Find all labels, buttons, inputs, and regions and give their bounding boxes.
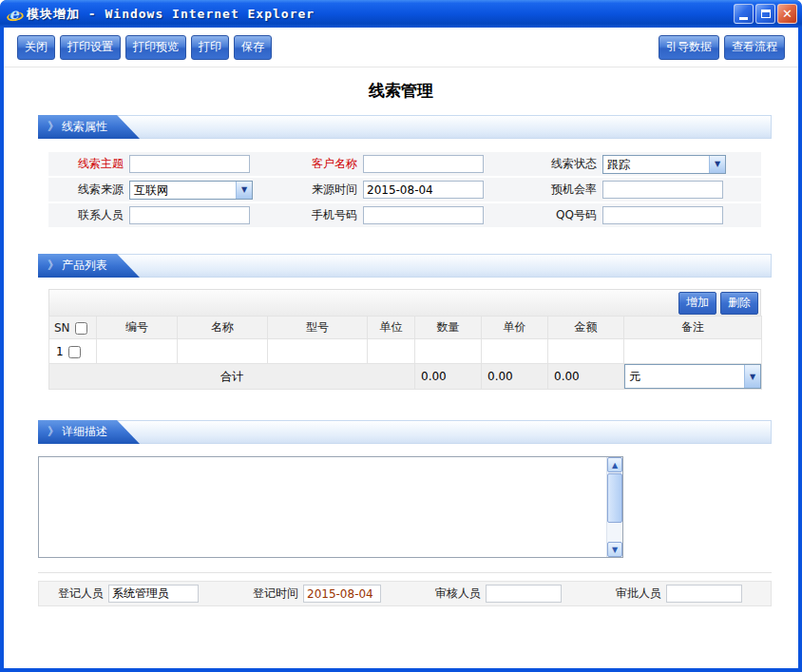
- ie-logo-icon: e: [6, 6, 22, 22]
- cell-name[interactable]: [178, 339, 268, 364]
- scroll-down-button[interactable]: ▼: [607, 542, 622, 557]
- registrar-input[interactable]: [108, 585, 199, 603]
- maximize-button[interactable]: [755, 4, 775, 24]
- cell-unit[interactable]: [368, 339, 415, 364]
- grid-total-row: 合计 0.00 0.00 0.00 元 ▼: [49, 364, 762, 390]
- auditor-field: 审核人员: [435, 585, 562, 603]
- column-name: 名称: [178, 317, 268, 339]
- qq-number-label: QQ号码: [489, 203, 602, 227]
- section-arrow-icon: 》: [48, 120, 59, 133]
- auditor-input[interactable]: [486, 585, 562, 603]
- titlebar[interactable]: e 模块增加 - Windows Internet Explorer ✕: [0, 0, 802, 28]
- grid-row-1: 1: [49, 339, 762, 364]
- section-title: 详细描述: [62, 425, 107, 438]
- row-sn-cell: 1: [49, 339, 97, 364]
- row-select-checkbox[interactable]: [68, 346, 81, 358]
- attr-row-2: 线索来源 互联网 ▼ 来源时间 预机会率: [48, 178, 761, 202]
- registrar-field: 登记人员: [58, 585, 199, 603]
- import-data-button[interactable]: 引导数据: [659, 35, 719, 60]
- add-row-button[interactable]: 增加: [678, 292, 716, 315]
- save-button[interactable]: 保存: [234, 35, 272, 60]
- dropdown-arrow-icon: ▼: [236, 182, 252, 199]
- print-button[interactable]: 打印: [191, 35, 229, 60]
- currency-select[interactable]: 元 ▼: [624, 364, 761, 389]
- approver-field: 审批人员: [616, 585, 742, 603]
- currency-value: 元: [625, 365, 744, 388]
- registrar-label: 登记人员: [58, 586, 104, 602]
- toolbar: 关闭 打印设置 打印预览 打印 保存 引导数据 查看流程: [4, 28, 798, 67]
- close-page-button[interactable]: 关闭: [17, 35, 55, 60]
- customer-name-input[interactable]: [363, 155, 484, 173]
- attr-row-1: 线索主题 客户名称 线索状态 跟踪 ▼: [48, 152, 761, 176]
- minimize-button[interactable]: [734, 4, 754, 24]
- register-date-field: 登记时间: [253, 585, 381, 603]
- section-bar-description: 》详细描述: [38, 420, 772, 444]
- description-box: ▲ ▼: [38, 456, 623, 558]
- section-tab-attributes: 》线索属性: [38, 115, 140, 139]
- column-remark: 备注: [624, 317, 762, 339]
- main-area: 》线索属性 线索主题 客户名称 线索状态 跟踪 ▼: [4, 115, 798, 606]
- products-grid: 增加 删除 SN 编号 名称 型号 单位 数量 单价 金额: [48, 289, 761, 390]
- lead-subject-input[interactable]: [129, 155, 250, 173]
- dropdown-arrow-icon: ▼: [709, 156, 725, 173]
- column-quantity: 数量: [415, 317, 482, 339]
- products-table: SN 编号 名称 型号 单位 数量 单价 金额 备注: [48, 316, 762, 390]
- contact-person-label: 联系人员: [48, 203, 129, 227]
- print-settings-button[interactable]: 打印设置: [60, 35, 121, 60]
- lead-status-value: 跟踪: [603, 156, 709, 173]
- lead-source-label: 线索来源: [48, 178, 129, 202]
- select-all-checkbox[interactable]: [75, 322, 87, 335]
- approver-input[interactable]: [666, 585, 742, 603]
- grid-toolbar: 增加 删除: [48, 289, 761, 316]
- total-price: 0.00: [482, 364, 548, 390]
- register-date-input[interactable]: [303, 585, 381, 603]
- total-quantity: 0.00: [415, 364, 482, 390]
- vertical-scrollbar[interactable]: ▲ ▼: [606, 457, 622, 557]
- section-title: 线索属性: [62, 120, 107, 133]
- scrollbar-thumb[interactable]: [607, 473, 622, 523]
- row-number: 1: [56, 345, 64, 358]
- section-tab-description: 》详细描述: [38, 420, 140, 444]
- cell-remark[interactable]: [624, 339, 762, 364]
- contact-person-input[interactable]: [129, 206, 250, 224]
- toolbar-left-group: 关闭 打印设置 打印预览 打印 保存: [17, 35, 659, 60]
- lead-status-label: 线索状态: [489, 152, 602, 176]
- total-amount: 0.00: [548, 364, 624, 390]
- window-title: 模块增加 - Windows Internet Explorer: [27, 6, 729, 23]
- sn-header-label: SN: [54, 321, 70, 335]
- column-model: 型号: [268, 317, 368, 339]
- column-code: 编号: [97, 317, 178, 339]
- mobile-number-input[interactable]: [363, 206, 484, 224]
- source-date-label: 来源时间: [287, 178, 363, 202]
- bottom-divider: [38, 572, 772, 573]
- view-process-button[interactable]: 查看流程: [724, 35, 785, 60]
- description-textarea[interactable]: [39, 457, 606, 557]
- opportunity-rate-input[interactable]: [602, 181, 723, 199]
- qq-number-input[interactable]: [602, 206, 723, 224]
- auditor-label: 审核人员: [435, 586, 481, 602]
- print-preview-button[interactable]: 打印预览: [125, 35, 186, 60]
- opportunity-rate-label: 预机会率: [489, 178, 602, 202]
- column-unit: 单位: [368, 317, 415, 339]
- close-button[interactable]: ✕: [777, 4, 797, 24]
- lead-status-select[interactable]: 跟踪 ▼: [602, 155, 726, 174]
- attr-row-3: 联系人员 手机号码 QQ号码: [48, 203, 761, 227]
- section-arrow-icon: 》: [48, 425, 59, 438]
- section-bar-products: 》产品列表: [38, 254, 772, 278]
- scroll-up-button[interactable]: ▲: [607, 457, 622, 472]
- cell-code[interactable]: [97, 339, 178, 364]
- lead-source-select[interactable]: 互联网 ▼: [129, 181, 253, 200]
- section-arrow-icon: 》: [48, 259, 59, 272]
- currency-cell: 元 ▼: [624, 364, 762, 390]
- source-date-input[interactable]: [363, 181, 484, 199]
- cell-amount[interactable]: [548, 339, 624, 364]
- lead-source-value: 互联网: [130, 182, 236, 199]
- approver-label: 审批人员: [616, 586, 661, 602]
- cell-quantity[interactable]: [415, 339, 482, 364]
- close-icon: ✕: [782, 8, 792, 20]
- cell-model[interactable]: [268, 339, 368, 364]
- cell-price[interactable]: [482, 339, 548, 364]
- grid-header-row: SN 编号 名称 型号 单位 数量 单价 金额 备注: [49, 317, 762, 339]
- register-date-label: 登记时间: [253, 586, 298, 602]
- delete-row-button[interactable]: 删除: [720, 292, 758, 315]
